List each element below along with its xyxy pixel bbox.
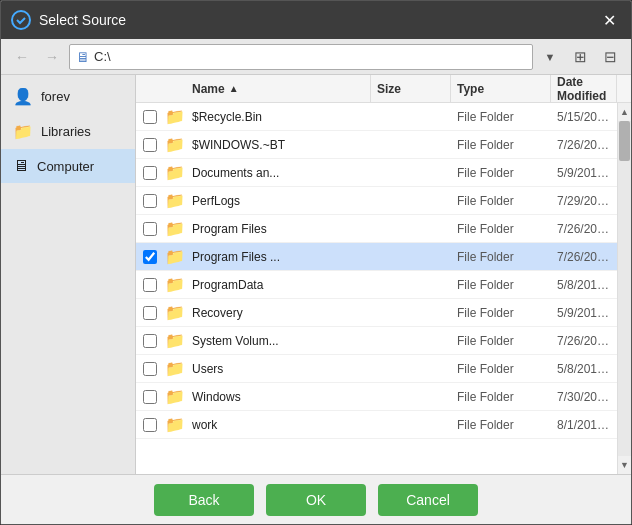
view-toggle-button[interactable]: ⊟ bbox=[597, 44, 623, 70]
folder-icon-cell: 📁 bbox=[164, 387, 186, 406]
table-row[interactable]: 📁 Documents an... File Folder 5/9/2018 7… bbox=[136, 159, 617, 187]
row-checkbox[interactable] bbox=[143, 390, 157, 404]
forev-icon: 👤 bbox=[13, 87, 33, 106]
table-row[interactable]: 📁 work File Folder 8/1/2019 2:18 PM bbox=[136, 411, 617, 439]
table-row[interactable]: 📁 Users File Folder 5/8/2018 5:37 PM bbox=[136, 355, 617, 383]
row-type: File Folder bbox=[451, 138, 551, 152]
folder-icon-cell: 📁 bbox=[164, 107, 186, 126]
close-button[interactable]: ✕ bbox=[597, 8, 621, 32]
folder-icon-cell: 📁 bbox=[164, 135, 186, 154]
header-size[interactable]: Size bbox=[371, 75, 451, 102]
row-type: File Folder bbox=[451, 362, 551, 376]
sidebar-item-libraries[interactable]: 📁 Libraries bbox=[1, 114, 135, 149]
folder-icon-cell: 📁 bbox=[164, 163, 186, 182]
file-list-area: Name ▲ Size Type Date Modified bbox=[136, 75, 631, 474]
row-date: 7/30/2019 11:4... bbox=[551, 390, 617, 404]
computer-icon: 🖥 bbox=[13, 157, 29, 175]
row-checkbox-cell[interactable] bbox=[136, 250, 164, 264]
row-checkbox-cell[interactable] bbox=[136, 390, 164, 404]
folder-icon-cell: 📁 bbox=[164, 247, 186, 266]
row-checkbox-cell[interactable] bbox=[136, 306, 164, 320]
table-row[interactable]: 📁 PerfLogs File Folder 7/29/2019 10:1... bbox=[136, 187, 617, 215]
row-checkbox-cell[interactable] bbox=[136, 418, 164, 432]
titlebar: Select Source ✕ bbox=[1, 1, 631, 39]
dialog-title: Select Source bbox=[39, 12, 597, 28]
header-date[interactable]: Date Modified bbox=[551, 75, 617, 102]
header-name[interactable]: Name ▲ bbox=[186, 75, 371, 102]
row-checkbox[interactable] bbox=[143, 278, 157, 292]
main-area: 👤 forev 📁 Libraries 🖥 Computer Name ▲ bbox=[1, 75, 631, 474]
table-row[interactable]: 📁 Recovery File Folder 5/9/2018 7:42 AM bbox=[136, 299, 617, 327]
folder-icon-cell: 📁 bbox=[164, 303, 186, 322]
scroll-track[interactable] bbox=[618, 121, 631, 456]
row-date: 5/15/2019 4:41 ... bbox=[551, 110, 617, 124]
folder-icon-cell: 📁 bbox=[164, 219, 186, 238]
row-checkbox[interactable] bbox=[143, 110, 157, 124]
table-row[interactable]: 📁 ProgramData File Folder 5/8/2018 5:37 … bbox=[136, 271, 617, 299]
row-name: PerfLogs bbox=[186, 194, 371, 208]
row-checkbox-cell[interactable] bbox=[136, 278, 164, 292]
folder-icon: 📁 bbox=[165, 135, 185, 154]
back-button[interactable]: ← bbox=[9, 44, 35, 70]
row-type: File Folder bbox=[451, 222, 551, 236]
scroll-up-arrow[interactable]: ▲ bbox=[618, 103, 632, 121]
svg-point-0 bbox=[12, 11, 30, 29]
row-type: File Folder bbox=[451, 306, 551, 320]
address-bar[interactable]: 🖥 C:\ bbox=[69, 44, 533, 70]
table-row[interactable]: 📁 $WINDOWS.~BT File Folder 7/26/2019 3:1… bbox=[136, 131, 617, 159]
row-checkbox-cell[interactable] bbox=[136, 222, 164, 236]
row-checkbox-cell[interactable] bbox=[136, 166, 164, 180]
libraries-icon: 📁 bbox=[13, 122, 33, 141]
ok-button[interactable]: OK bbox=[266, 484, 366, 516]
row-date: 5/8/2018 5:37 PM bbox=[551, 362, 617, 376]
row-date: 7/26/2019 5:29 ... bbox=[551, 334, 617, 348]
table-row[interactable]: 📁 System Volum... File Folder 7/26/2019 … bbox=[136, 327, 617, 355]
table-row[interactable]: 📁 Program Files ... File Folder 7/26/201… bbox=[136, 243, 617, 271]
forward-button[interactable]: → bbox=[39, 44, 65, 70]
row-checkbox[interactable] bbox=[143, 222, 157, 236]
row-checkbox[interactable] bbox=[143, 306, 157, 320]
row-name: Windows bbox=[186, 390, 371, 404]
row-date: 7/26/2019 3:17 ... bbox=[551, 138, 617, 152]
footer: Back OK Cancel bbox=[1, 474, 631, 524]
folder-icon: 📁 bbox=[165, 247, 185, 266]
row-type: File Folder bbox=[451, 334, 551, 348]
scrollbar[interactable]: ▲ ▼ bbox=[617, 103, 631, 474]
row-checkbox[interactable] bbox=[143, 334, 157, 348]
back-button[interactable]: Back bbox=[154, 484, 254, 516]
header-type[interactable]: Type bbox=[451, 75, 551, 102]
scroll-thumb bbox=[619, 121, 630, 161]
row-checkbox[interactable] bbox=[143, 166, 157, 180]
row-checkbox-cell[interactable] bbox=[136, 194, 164, 208]
new-folder-button[interactable]: ⊞ bbox=[567, 44, 593, 70]
row-checkbox[interactable] bbox=[143, 250, 157, 264]
row-name: $Recycle.Bin bbox=[186, 110, 371, 124]
cancel-button[interactable]: Cancel bbox=[378, 484, 478, 516]
table-row[interactable]: 📁 $Recycle.Bin File Folder 5/15/2019 4:4… bbox=[136, 103, 617, 131]
row-checkbox[interactable] bbox=[143, 362, 157, 376]
row-checkbox[interactable] bbox=[143, 138, 157, 152]
row-type: File Folder bbox=[451, 194, 551, 208]
row-checkbox[interactable] bbox=[143, 194, 157, 208]
row-checkbox-cell[interactable] bbox=[136, 110, 164, 124]
row-checkbox[interactable] bbox=[143, 418, 157, 432]
row-date: 5/8/2018 5:37 PM bbox=[551, 278, 617, 292]
row-checkbox-cell[interactable] bbox=[136, 334, 164, 348]
row-checkbox-cell[interactable] bbox=[136, 362, 164, 376]
folder-icon: 📁 bbox=[165, 331, 185, 350]
scroll-down-arrow[interactable]: ▼ bbox=[618, 456, 632, 474]
row-name: Documents an... bbox=[186, 166, 371, 180]
sidebar-item-computer[interactable]: 🖥 Computer bbox=[1, 149, 135, 183]
file-list: 📁 $Recycle.Bin File Folder 5/15/2019 4:4… bbox=[136, 103, 617, 474]
address-dropdown-button[interactable]: ▼ bbox=[537, 44, 563, 70]
row-name: System Volum... bbox=[186, 334, 371, 348]
table-row[interactable]: 📁 Windows File Folder 7/30/2019 11:4... bbox=[136, 383, 617, 411]
dialog-icon bbox=[11, 10, 31, 30]
folder-icon: 📁 bbox=[165, 107, 185, 126]
sidebar-item-forev-label: forev bbox=[41, 89, 70, 104]
sidebar-item-forev[interactable]: 👤 forev bbox=[1, 79, 135, 114]
row-name: Program Files bbox=[186, 222, 371, 236]
row-checkbox-cell[interactable] bbox=[136, 138, 164, 152]
table-row[interactable]: 📁 Program Files File Folder 7/26/2019 1:… bbox=[136, 215, 617, 243]
folder-icon: 📁 bbox=[165, 387, 185, 406]
